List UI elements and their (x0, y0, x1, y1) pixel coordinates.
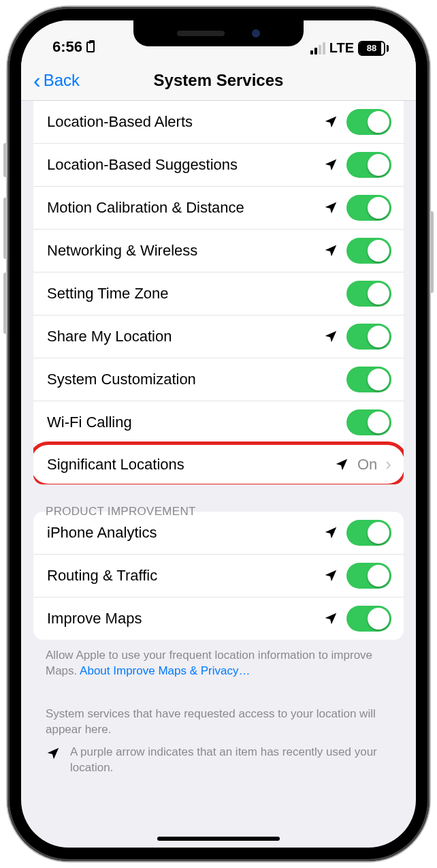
row-label: System Customization (47, 371, 338, 388)
row-label: Significant Locations (47, 456, 326, 474)
toggle-location-suggestions[interactable] (346, 152, 391, 178)
row-system-customization: System Customization (33, 358, 404, 401)
location-arrow-icon (323, 200, 338, 215)
toggle-location-alerts[interactable] (346, 109, 391, 135)
row-label: Setting Time Zone (47, 285, 338, 303)
section-header-product-improvement: PRODUCT IMPROVEMENT (21, 484, 416, 512)
link-about-improve-maps-privacy[interactable]: About Improve Maps & Privacy… (80, 664, 250, 677)
legend-text: A purple arrow indicates that an item ha… (70, 745, 391, 776)
row-label: Wi-Fi Calling (47, 414, 338, 431)
nav-header: ‹ Back System Services (21, 60, 416, 101)
location-arrow-icon (323, 568, 338, 583)
toggle-share-location[interactable] (346, 324, 391, 350)
row-routing-traffic: Routing & Traffic (33, 554, 404, 597)
toggle-wifi-calling[interactable] (346, 409, 391, 435)
toggle-improve-maps[interactable] (346, 606, 391, 632)
footnote-improve-maps: Allow Apple to use your frequent locatio… (21, 640, 416, 679)
battery-icon: 88 (358, 41, 389, 56)
footnote-system-services: System services that have requested acce… (21, 679, 416, 738)
location-arrow-icon (323, 525, 338, 540)
rotation-lock-icon (86, 42, 95, 52)
row-label: Networking & Wireless (47, 242, 315, 260)
content-scroll[interactable]: Location-Based Alerts Location-Based Sug… (21, 101, 416, 848)
row-setting-timezone: Setting Time Zone (33, 272, 404, 315)
location-arrow-icon (46, 746, 61, 761)
row-location-suggestions: Location-Based Suggestions (33, 143, 404, 186)
back-button[interactable]: ‹ Back (33, 71, 80, 90)
row-wifi-calling: Wi-Fi Calling (33, 401, 404, 444)
row-label: Improve Maps (47, 610, 315, 627)
settings-group-product-improvement: iPhone Analytics Routing & Traffic Impro… (33, 512, 404, 640)
location-arrow-icon (323, 157, 338, 172)
row-significant-locations[interactable]: Significant Locations On › (33, 444, 404, 484)
row-networking-wireless: Networking & Wireless (33, 229, 404, 272)
row-label: iPhone Analytics (47, 524, 315, 542)
location-arrow-icon (334, 457, 349, 472)
location-arrow-icon (323, 611, 338, 626)
row-label: Share My Location (47, 328, 315, 345)
row-label: Routing & Traffic (47, 567, 315, 585)
screen: 6:56 LTE 88 ‹ Back System Services (21, 20, 416, 848)
location-arrow-icon (323, 243, 338, 258)
row-label: Location-Based Alerts (47, 113, 315, 131)
row-location-alerts: Location-Based Alerts (33, 101, 404, 143)
location-arrow-icon (323, 114, 338, 129)
notch (133, 20, 304, 46)
row-label: Motion Calibration & Distance (47, 199, 315, 217)
home-indicator[interactable] (157, 837, 280, 841)
signal-icon (310, 42, 325, 55)
toggle-setting-timezone[interactable] (346, 281, 391, 307)
page-title: System Services (21, 71, 416, 90)
legend-purple-arrow: A purple arrow indicates that an item ha… (21, 738, 416, 776)
back-label: Back (44, 71, 80, 90)
row-label: Location-Based Suggestions (47, 156, 315, 174)
row-improve-maps: Improve Maps (33, 597, 404, 640)
location-arrow-icon (323, 329, 338, 344)
toggle-networking-wireless[interactable] (346, 238, 391, 264)
row-share-location: Share My Location (33, 315, 404, 358)
toggle-routing-traffic[interactable] (346, 563, 391, 589)
toggle-iphone-analytics[interactable] (346, 520, 391, 546)
network-label: LTE (329, 40, 354, 56)
toggle-system-customization[interactable] (346, 367, 391, 392)
toggle-motion-calibration[interactable] (346, 195, 391, 221)
chevron-right-icon: › (385, 454, 391, 475)
row-value: On (357, 456, 377, 474)
phone-frame: 6:56 LTE 88 ‹ Back System Services (7, 7, 430, 861)
row-motion-calibration: Motion Calibration & Distance (33, 186, 404, 229)
status-time: 6:56 (52, 38, 82, 56)
settings-group-main: Location-Based Alerts Location-Based Sug… (33, 101, 404, 484)
